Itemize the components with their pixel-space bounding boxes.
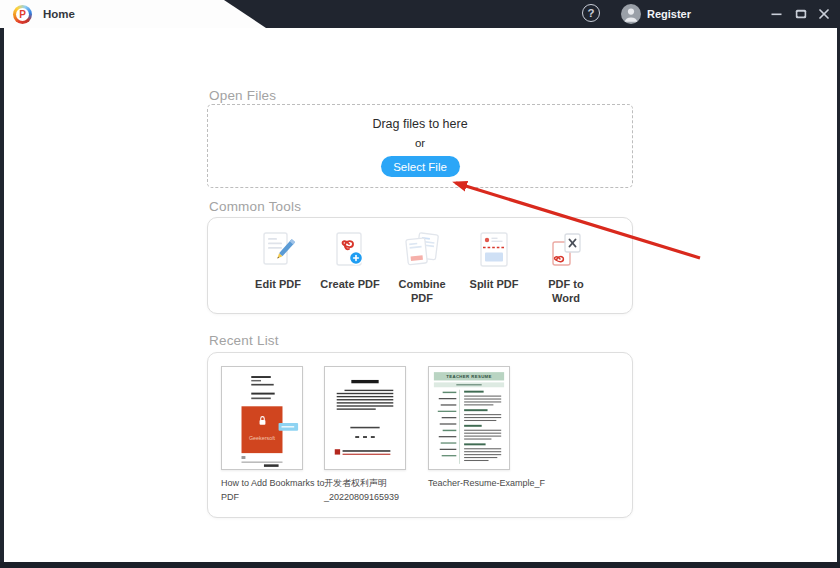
close-icon (819, 9, 829, 19)
svg-text:TEACHER RESUME: TEACHER RESUME (446, 374, 492, 379)
tool-create-pdf[interactable]: Create PDF (318, 231, 382, 313)
svg-text:Geekersoft: Geekersoft (249, 435, 276, 441)
document-thumbnail: Geekersoft (221, 366, 303, 470)
teacher-resume-doc-preview: TEACHER RESUME (429, 367, 509, 469)
cn-statement-doc-preview (325, 367, 405, 469)
maximize-button[interactable] (792, 6, 810, 22)
combine-pdf-icon (403, 231, 441, 269)
recent-item-cn-statement-doc[interactable]: 开发者权利声明 _20220809165939 (324, 366, 406, 505)
tool-label: Split PDF (463, 277, 525, 291)
file-dropzone[interactable]: Drag files to here or Select File (207, 104, 633, 188)
tool-edit-pdf[interactable]: Edit PDF (246, 231, 310, 313)
tool-pdf-to-word[interactable]: PDF to Word (534, 231, 598, 313)
app-logo-icon: P (13, 5, 32, 24)
recent-list-title: Recent List (209, 333, 279, 348)
document-thumbnail (324, 366, 406, 470)
window-bottom-edge (0, 562, 840, 568)
minimize-icon (771, 9, 782, 19)
create-pdf-icon (333, 231, 367, 269)
common-tools-panel: Edit PDF Create PDF (207, 217, 633, 314)
tool-label: Edit PDF (247, 277, 309, 291)
tool-label: PDF to Word (535, 277, 597, 306)
help-icon[interactable]: ? (582, 4, 600, 22)
recent-item-bookmarks-doc[interactable]: Geekersoft How to Add Bookmarks to PDF (221, 366, 303, 505)
recent-item-teacher-resume-doc[interactable]: TEACHER RESUME (428, 366, 510, 491)
maximize-icon (795, 9, 807, 19)
tool-label: Combine PDF (391, 277, 453, 306)
tool-split-pdf[interactable]: Split PDF (462, 231, 526, 313)
recent-list-panel: Geekersoft How to Add Bookmarks to PDF (207, 352, 633, 518)
close-button[interactable] (815, 6, 833, 22)
recent-item-name: Teacher-Resume-Example_F (428, 477, 588, 491)
tool-label: Create PDF (319, 277, 381, 291)
minimize-button[interactable] (767, 6, 785, 22)
bookmarks-doc-preview: Geekersoft (222, 367, 302, 469)
tab-home[interactable]: P Home (0, 0, 268, 28)
avatar-icon (621, 4, 641, 24)
open-files-title: Open Files (209, 88, 276, 103)
recent-item-name: 开发者权利声明 _20220809165939 (324, 477, 416, 505)
edit-pdf-icon (261, 231, 295, 269)
or-text: or (415, 137, 425, 149)
tool-combine-pdf[interactable]: Combine PDF (390, 231, 454, 313)
document-thumbnail: TEACHER RESUME (428, 366, 510, 470)
common-tools-title: Common Tools (209, 199, 301, 214)
drag-files-text: Drag files to here (372, 117, 467, 131)
tab-home-label: Home (43, 8, 75, 20)
title-bar: P Home ? Register (0, 0, 840, 28)
recent-item-name: How to Add Bookmarks to PDF (221, 477, 333, 505)
register-label: Register (647, 8, 691, 20)
pdf-to-word-icon (547, 231, 585, 269)
split-pdf-icon (477, 231, 511, 269)
select-file-button[interactable]: Select File (381, 156, 460, 177)
logo-letter: P (13, 5, 32, 24)
register-button[interactable]: Register (621, 4, 691, 24)
